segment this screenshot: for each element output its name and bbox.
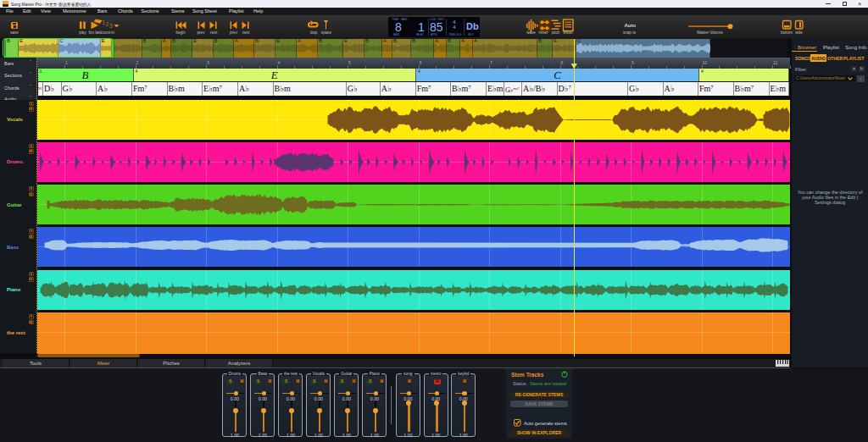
svg-text:3: 3 [109,23,113,29]
